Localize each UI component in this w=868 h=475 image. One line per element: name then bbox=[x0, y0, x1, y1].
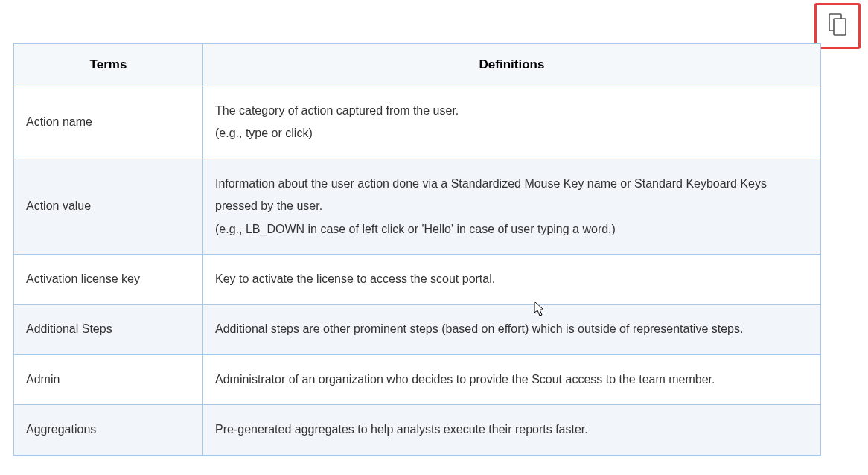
term-cell: Additional Steps bbox=[14, 305, 203, 354]
definition-text: The category of action captured from the… bbox=[215, 100, 808, 122]
table-row: Activation license key Key to activate t… bbox=[14, 254, 821, 304]
definition-cell: Pre-generated aggregates to help analyst… bbox=[203, 405, 821, 455]
definitions-table-container: Terms Definitions Action name The catego… bbox=[13, 43, 821, 456]
definitions-table: Terms Definitions Action name The catego… bbox=[13, 43, 821, 456]
term-cell: Admin bbox=[14, 354, 203, 404]
term-cell: Action value bbox=[14, 159, 203, 254]
table-row: Additional Steps Additional steps are ot… bbox=[14, 305, 821, 354]
copy-button[interactable] bbox=[814, 3, 861, 49]
definition-text: Administrator of an organization who dec… bbox=[215, 369, 808, 391]
term-cell: Action name bbox=[14, 86, 203, 159]
term-cell: Aggregations bbox=[14, 405, 203, 455]
term-cell: Activation license key bbox=[14, 254, 203, 304]
definition-text: Additional steps are other prominent ste… bbox=[215, 318, 808, 340]
definition-text: Information about the user action done v… bbox=[215, 173, 808, 218]
definition-text: (e.g., type or click) bbox=[215, 122, 808, 144]
header-terms: Terms bbox=[14, 44, 203, 86]
definition-cell: Additional steps are other prominent ste… bbox=[203, 305, 821, 354]
table-row: Admin Administrator of an organization w… bbox=[14, 354, 821, 404]
definition-cell: Information about the user action done v… bbox=[203, 159, 821, 254]
copy-icon bbox=[827, 13, 848, 39]
header-definitions: Definitions bbox=[203, 44, 821, 86]
definition-cell: Administrator of an organization who dec… bbox=[203, 354, 821, 404]
definition-cell: The category of action captured from the… bbox=[203, 86, 821, 159]
definition-text: Key to activate the license to access th… bbox=[215, 268, 808, 290]
svg-rect-1 bbox=[834, 19, 846, 35]
table-row: Action name The category of action captu… bbox=[14, 86, 821, 159]
definition-text: (e.g., LB_DOWN in case of left click or … bbox=[215, 218, 808, 240]
table-row: Aggregations Pre-generated aggregates to… bbox=[14, 405, 821, 455]
table-header-row: Terms Definitions bbox=[14, 44, 821, 86]
definition-text: Pre-generated aggregates to help analyst… bbox=[215, 418, 808, 441]
table-row: Action value Information about the user … bbox=[14, 159, 821, 254]
definition-cell: Key to activate the license to access th… bbox=[203, 254, 821, 304]
